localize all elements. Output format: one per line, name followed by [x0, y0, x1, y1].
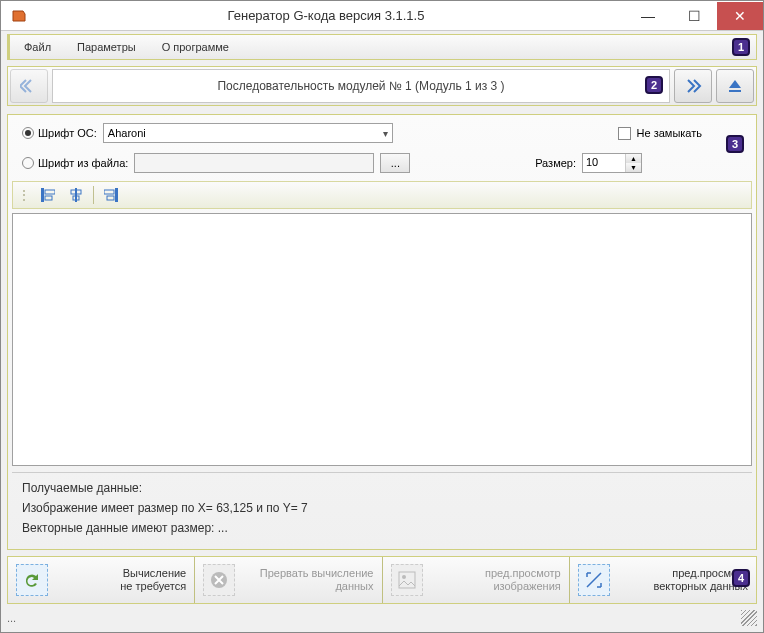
vector-icon [578, 564, 610, 596]
no-close-label: Не замыкать [637, 127, 702, 139]
font-os-label: Шрифт ОС: [38, 127, 97, 139]
chevron-down-icon: ▾ [383, 128, 388, 139]
window-title: Генератор G-кода версия 3.1.1.5 [27, 8, 625, 23]
menu-about[interactable]: О программе [152, 38, 239, 56]
annotation-badge-2: 2 [645, 76, 663, 94]
annotation-badge-3: 3 [726, 135, 744, 153]
image-icon [391, 564, 423, 596]
info-line1: Изображение имеет размер по X= 63,125 и … [22, 501, 742, 515]
browse-button[interactable]: ... [380, 153, 410, 173]
annotation-badge-1: 1 [732, 38, 750, 56]
font-file-radio[interactable]: Шрифт из файла: [22, 157, 128, 169]
checkbox-icon [618, 127, 631, 140]
status-text: ... [7, 612, 16, 624]
size-value: 10 [583, 154, 625, 172]
size-spinner[interactable]: 10 ▲ ▼ [582, 153, 642, 173]
preview-vector-label: пред.просмотрвекторных данных [618, 567, 748, 593]
window-controls: — ☐ ✕ [625, 2, 763, 30]
minimize-button[interactable]: — [625, 2, 671, 30]
abort-button: Прервать вычислениеданных 4 [195, 557, 382, 603]
bottom-bar: Вычислениене требуется Прервать вычислен… [7, 556, 757, 604]
titlebar: Генератор G-кода версия 3.1.1.5 — ☐ ✕ [1, 1, 763, 31]
spinner-down[interactable]: ▼ [626, 163, 641, 172]
menu-file[interactable]: Файл [14, 38, 61, 56]
calc-label: Вычислениене требуется [56, 567, 186, 593]
info-line2: Векторные данные имеют размер: ... [22, 521, 742, 535]
svg-rect-1 [45, 190, 55, 194]
align-right-button[interactable] [100, 185, 122, 205]
size-row: Размер: 10 ▲ ▼ [535, 153, 742, 173]
align-left-button[interactable] [37, 185, 59, 205]
window: Генератор G-кода версия 3.1.1.5 — ☐ ✕ Фа… [0, 0, 764, 633]
app-icon [11, 8, 27, 24]
font-file-label: Шрифт из файла: [38, 157, 128, 169]
prev-module-button[interactable] [10, 69, 48, 103]
radio-icon [22, 157, 34, 169]
grip-icon: ⋮ [17, 187, 31, 203]
svg-point-11 [402, 575, 406, 579]
svg-rect-0 [41, 188, 44, 202]
calc-button[interactable]: Вычислениене требуется [8, 557, 195, 603]
svg-rect-8 [107, 196, 114, 200]
menubar: Файл Параметры О программе 1 [7, 34, 757, 60]
separator [93, 186, 94, 204]
info-panel: Получаемые данные: Изображение имеет раз… [12, 472, 752, 545]
font-os-radio[interactable]: Шрифт ОС: [22, 127, 97, 139]
svg-rect-10 [399, 572, 415, 588]
annotation-badge-4: 4 [732, 569, 750, 587]
font-os-row: Шрифт ОС: Aharoni ▾ Не замыкать [12, 119, 752, 147]
resize-grip[interactable] [741, 610, 757, 626]
module-label: Последовательность модулей № 1 (Модуль 1… [52, 69, 670, 103]
font-file-row: Шрифт из файла: ... Размер: 10 ▲ ▼ [12, 149, 752, 177]
align-center-button[interactable] [65, 185, 87, 205]
eject-button[interactable] [716, 69, 754, 103]
font-os-value: Aharoni [108, 127, 146, 139]
main-panel: 3 Шрифт ОС: Aharoni ▾ Не замыкать Шрифт … [7, 114, 757, 550]
spinner-up[interactable]: ▲ [626, 154, 641, 163]
maximize-button[interactable]: ☐ [671, 2, 717, 30]
canvas[interactable] [12, 213, 752, 466]
preview-image-label: пред.просмотризображения [431, 567, 561, 593]
refresh-icon [16, 564, 48, 596]
menu-params[interactable]: Параметры [67, 38, 146, 56]
font-file-path[interactable] [134, 153, 374, 173]
svg-rect-6 [115, 188, 118, 202]
font-os-combo[interactable]: Aharoni ▾ [103, 123, 393, 143]
abort-label: Прервать вычислениеданных [243, 567, 373, 593]
svg-rect-2 [45, 196, 52, 200]
module-label-text: Последовательность модулей № 1 (Модуль 1… [217, 79, 504, 93]
next-module-button[interactable] [674, 69, 712, 103]
statusbar: ... [7, 608, 757, 628]
align-toolbar: ⋮ [12, 181, 752, 209]
close-button[interactable]: ✕ [717, 2, 763, 30]
size-label: Размер: [535, 157, 576, 169]
no-close-check[interactable]: Не замыкать [618, 127, 742, 140]
info-header: Получаемые данные: [22, 481, 742, 495]
module-bar: Последовательность модулей № 1 (Модуль 1… [7, 66, 757, 106]
radio-icon [22, 127, 34, 139]
svg-rect-7 [104, 190, 114, 194]
preview-vector-button[interactable]: пред.просмотрвекторных данных [570, 557, 756, 603]
cancel-icon [203, 564, 235, 596]
preview-image-button: пред.просмотризображения [383, 557, 570, 603]
spinner-buttons: ▲ ▼ [625, 154, 641, 172]
